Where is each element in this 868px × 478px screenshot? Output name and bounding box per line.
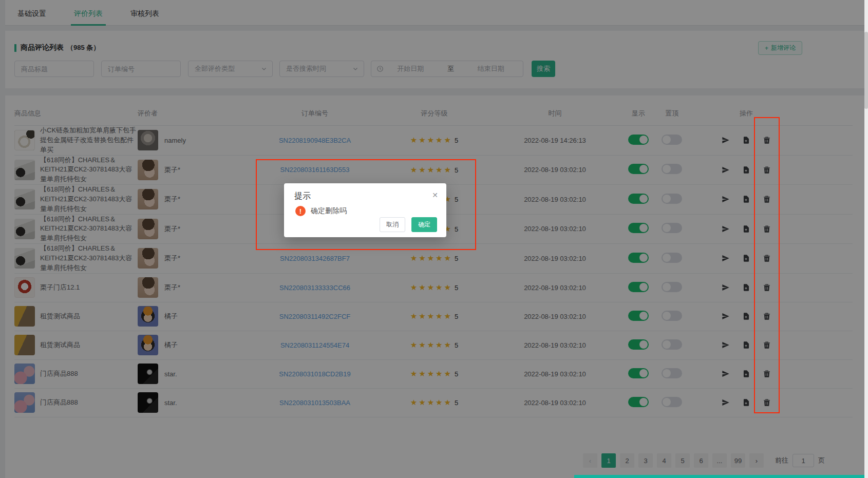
annotation-rectangle-delete-column xyxy=(754,117,780,413)
annotation-rectangle-modal xyxy=(256,159,476,250)
scrollbar-thumb[interactable] xyxy=(864,32,868,109)
page-scrollbar[interactable] xyxy=(864,0,868,478)
bottom-accent-strip xyxy=(574,475,868,478)
